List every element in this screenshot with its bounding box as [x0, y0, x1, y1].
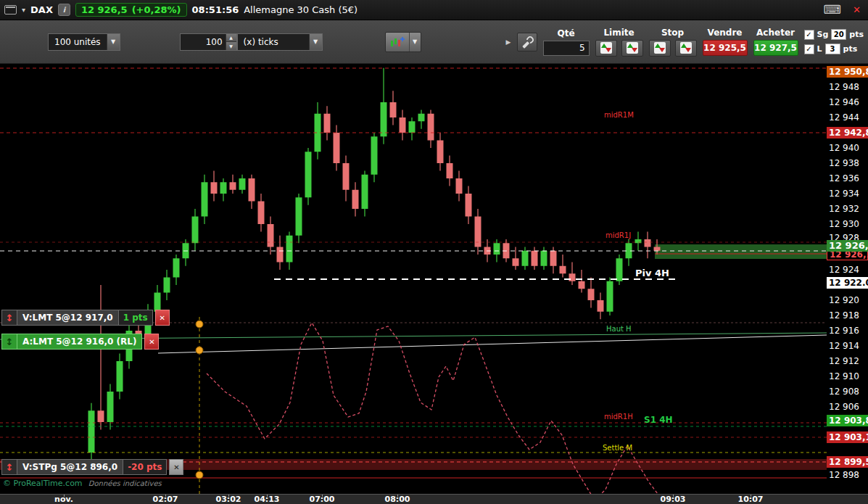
price-axis-label: 12 916: [827, 325, 868, 336]
candle-body: [588, 289, 595, 300]
quantity-input[interactable]: 5: [543, 41, 590, 56]
stop-column: Stop: [649, 28, 697, 57]
price-axis-label: 12 906: [827, 401, 868, 413]
sell-button[interactable]: 12 925,5: [703, 40, 748, 56]
order-updown-icon[interactable]: ↕: [1, 334, 17, 350]
time-axis-label: nov.: [54, 495, 73, 504]
level-annotation: S1 4H: [644, 415, 673, 425]
close-icon[interactable]: ✕: [853, 4, 861, 15]
buy-limit-order-tag: ↕ A:LMT 5@12 916,0 (RL) ✕: [1, 334, 159, 350]
panel-expand-icon[interactable]: ▶: [506, 38, 511, 46]
cancel-order-icon[interactable]: ✕: [144, 334, 159, 350]
chart-area[interactable]: midR1MmidR1JPiv 4HHaut HmidR1HS1 4HSettl…: [0, 64, 827, 494]
price-axis-label: 12 910: [827, 371, 868, 382]
stop-guard-value[interactable]: 20: [831, 29, 846, 40]
settings-button[interactable]: [517, 33, 537, 51]
candle-body: [202, 182, 208, 216]
chevron-down-icon[interactable]: ▾: [22, 6, 25, 14]
time-axis-label: 07:00: [309, 495, 334, 504]
limit-offset-value[interactable]: 3: [825, 44, 840, 54]
limit-offset-unit: pts: [843, 44, 858, 54]
buy-limit-button[interactable]: [595, 40, 617, 57]
price-axis-label: 12 914: [827, 340, 868, 352]
sell-stop-button[interactable]: [675, 40, 697, 57]
candle-body: [362, 175, 368, 209]
candle-body: [381, 102, 387, 136]
order-updown-icon[interactable]: ↕: [1, 310, 17, 326]
chart-style-button[interactable]: ▼: [385, 32, 421, 52]
stop-guard-checkbox[interactable]: ✓: [804, 30, 814, 40]
order-text[interactable]: A:LMT 5@12 916,0 (RL): [17, 334, 142, 350]
ticks-count-input[interactable]: 100 ▲ ▼: [180, 33, 237, 51]
candle-body: [98, 410, 104, 422]
order-text[interactable]: V:STPg 5@12 896,0: [17, 459, 123, 475]
price-axis-label: 12 898: [827, 469, 868, 481]
ticks-count-value: 100: [181, 37, 226, 47]
candle-body: [211, 182, 218, 194]
time-axis-label: 03:02: [215, 495, 241, 504]
price-axis-label: 12 922.0: [827, 277, 868, 289]
ticks-count-stepper[interactable]: ▲ ▼: [226, 34, 236, 50]
price-change: (+0,28%): [132, 4, 181, 15]
title-bar: ▾ DAX i 12 926,5 (+0,28%) 08:51:56 Allem…: [0, 0, 868, 20]
order-options: ✓ Sg 20 pts ✓ L 3 pts: [804, 29, 865, 54]
candle-body: [418, 114, 425, 122]
candle-body: [541, 251, 547, 266]
info-icon[interactable]: i: [58, 4, 70, 16]
price-axis-label: 12 938: [827, 157, 868, 169]
cancel-order-icon[interactable]: ✕: [169, 459, 183, 475]
candlestick-chart[interactable]: midR1MmidR1JPiv 4HHaut HmidR1HS1 4HSettl…: [0, 64, 827, 494]
buy-button[interactable]: 12 927,5: [753, 40, 798, 56]
limit-offset-row: ✓ L 3 pts: [804, 44, 864, 54]
candle-body: [258, 202, 265, 225]
cancel-order-icon[interactable]: ✕: [155, 310, 170, 326]
buy-label: Acheter: [756, 28, 795, 38]
price-axis-label: 12 920: [827, 294, 868, 306]
limit-label: Limite: [603, 28, 634, 38]
drag-handle-dot[interactable]: [196, 321, 203, 328]
instrument-name: Allemagne 30 Cash (5€): [244, 4, 357, 15]
order-updown-icon[interactable]: ↕: [1, 459, 17, 475]
candle-body: [286, 236, 293, 263]
candle-body: [277, 247, 284, 263]
last-price-pill: 12 926,5 (+0,28%): [75, 3, 187, 17]
price-axis[interactable]: 12 950,812 94812 94612 94412 942,812 940…: [827, 64, 868, 494]
sell-limit-button[interactable]: [621, 40, 643, 57]
candle-body: [164, 278, 170, 293]
candle-body: [173, 258, 180, 277]
keypad-icon[interactable]: ⌨: [824, 4, 842, 16]
spin-down-icon[interactable]: ▼: [226, 41, 236, 50]
drag-handle-dot[interactable]: [196, 347, 203, 354]
candle-body: [107, 392, 114, 422]
buy-stop-button[interactable]: [649, 40, 671, 57]
time-axis[interactable]: nov.02:0703:0204:1307:0008:0009:0310:07: [0, 494, 868, 504]
candle-body: [409, 121, 416, 133]
sell-limit-order-tag: ↕ V:LMT 5@12 917,0 1 pts ✕: [1, 310, 170, 326]
ticks-unit-select[interactable]: (x) ticks ▼: [237, 33, 323, 51]
candle-body: [456, 178, 463, 194]
order-ladder-icon: [654, 42, 666, 54]
price-axis-label: 12 948: [827, 81, 868, 93]
current-price-zone: [655, 244, 827, 259]
candle-body: [334, 133, 340, 163]
limit-offset-checkbox[interactable]: ✓: [804, 44, 814, 54]
rl-order-line: [158, 335, 827, 353]
drag-handle-dot[interactable]: [196, 471, 203, 479]
spin-up-icon[interactable]: ▲: [226, 34, 236, 42]
time-axis-label: 04:13: [254, 495, 279, 504]
quantity-label: Qté: [557, 28, 574, 38]
instrument-symbol[interactable]: DAX: [30, 4, 53, 15]
sell-column: Vendre 12 925,5: [703, 28, 748, 56]
time-axis-label: 02:07: [152, 495, 178, 504]
candle-body: [466, 194, 472, 217]
price-axis-label: 12 934: [827, 188, 868, 199]
sell-stop-order-tag: ↕ V:STPg 5@12 896,0 -20 pts ✕: [1, 459, 183, 475]
candle-body: [88, 410, 95, 453]
level-annotation: Haut H: [606, 325, 632, 333]
candle-body: [390, 102, 397, 117]
order-text[interactable]: V:LMT 5@12 917,0: [17, 310, 119, 326]
order-pts: -20 pts: [123, 459, 167, 475]
time-axis-label: 10:07: [737, 495, 763, 504]
candle-body: [343, 163, 350, 190]
units-select[interactable]: 100 unités ▼: [48, 33, 120, 51]
